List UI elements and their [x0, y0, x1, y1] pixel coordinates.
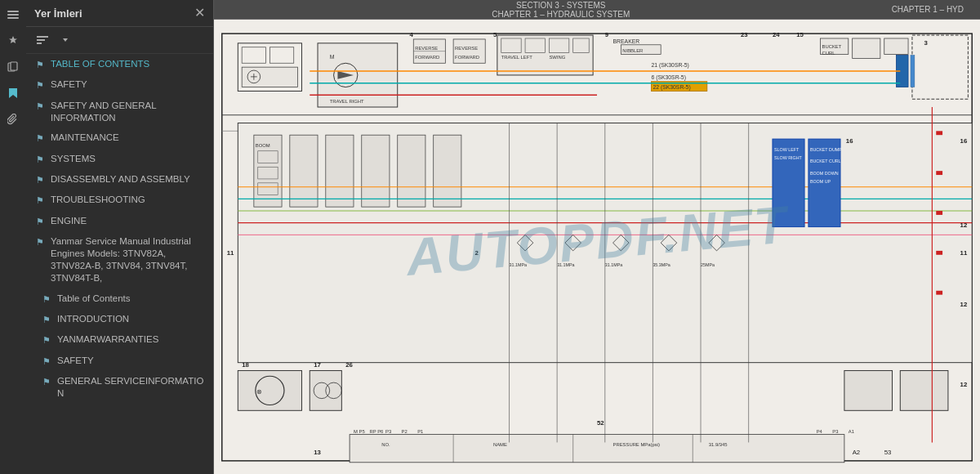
bookmark-item-general-service[interactable]: ⚑ GENERAL SERVICEINFORMATIO N — [26, 371, 213, 404]
bookmark-panel-icon[interactable] — [2, 82, 24, 105]
pdf-page-header: SECTION 3 - SYSTEMSCHAPTER 1 – HYDRAULIC… — [214, 0, 980, 20]
svg-text:16: 16 — [846, 137, 853, 145]
bookmark-label-general-service: GENERAL SERVICEINFORMATIO N — [57, 375, 207, 400]
svg-text:31.1MPa: 31.1MPa — [605, 262, 622, 267]
bookmark-item-disassembly[interactable]: ⚑ DISASSEMBLY AND ASSEMBLY — [26, 169, 213, 190]
svg-text:52: 52 — [597, 419, 604, 427]
svg-text:RP P6: RP P6 — [370, 429, 384, 434]
hydraulic-svg: M TRAVEL RIGHT REVERSE FORWARD REVERSE F… — [214, 20, 980, 474]
bookmark-item-systems[interactable]: ⚑ SYSTEMS — [26, 149, 213, 169]
pdf-section-label: SECTION 3 - SYSTEMSCHAPTER 1 – HYDRAULIC… — [230, 1, 892, 19]
svg-text:BREAKER: BREAKER — [613, 38, 640, 44]
svg-text:26: 26 — [345, 361, 353, 369]
panel-header: Yer İmleri ✕ — [26, 0, 213, 27]
bookmark-flag-icon-4: ⚑ — [36, 132, 46, 144]
bookmark-item-engine[interactable]: ⚑ ENGINE — [26, 211, 213, 231]
svg-text:P3: P3 — [385, 429, 391, 434]
svg-text:22 (SK30SR-5): 22 (SK30SR-5) — [653, 84, 690, 91]
svg-text:31.1MPa: 31.1MPa — [557, 262, 574, 267]
svg-rect-4 — [11, 62, 17, 70]
panel-title: Yer İmleri — [34, 7, 82, 20]
pages-icon[interactable] — [2, 56, 24, 78]
bookmark-item-toc2[interactable]: ⚑ Table of Contents — [26, 288, 213, 309]
panel-toolbar — [26, 27, 213, 54]
bookmark-label-safety: SAFETY — [51, 78, 207, 91]
bookmark-item-safety2[interactable]: ⚑ SAFETY — [26, 351, 213, 371]
svg-rect-46 — [884, 38, 908, 55]
bookmark-flag-icon-10: ⚑ — [42, 293, 52, 305]
bookmark-label-systems: SYSTEMS — [51, 153, 207, 165]
svg-text:5: 5 — [493, 31, 497, 38]
svg-rect-7 — [37, 42, 42, 44]
svg-text:PRESSURE MPa(psi): PRESSURE MPa(psi) — [613, 442, 660, 447]
svg-rect-71 — [434, 135, 461, 207]
svg-text:31.9/345: 31.9/345 — [709, 442, 728, 447]
svg-rect-2 — [7, 17, 19, 19]
svg-text:⊗: ⊗ — [256, 388, 262, 396]
svg-text:BUCKET: BUCKET — [822, 44, 842, 49]
bookmark-item-yanmar[interactable]: ⚑ Yanmar Service Manual Industrial Engin… — [26, 231, 213, 288]
panel-close-button[interactable]: ✕ — [194, 7, 205, 20]
svg-text:M P5: M P5 — [354, 429, 365, 434]
svg-text:P4: P4 — [817, 429, 823, 434]
svg-rect-67 — [290, 135, 318, 207]
svg-text:FORWARD: FORWARD — [415, 55, 439, 60]
bookmark-flag-icon-2: ⚑ — [36, 79, 46, 91]
svg-rect-69 — [362, 135, 390, 207]
bookmark-item-warranties[interactable]: ⚑ YANMARWARRANTIES — [26, 329, 213, 350]
svg-text:REVERSE: REVERSE — [455, 46, 478, 51]
hydraulic-diagram: M TRAVEL RIGHT REVERSE FORWARD REVERSE F… — [214, 20, 980, 474]
bookmark-label-toc2: Table of Contents — [57, 293, 207, 305]
svg-rect-109 — [844, 370, 893, 410]
attachment-icon[interactable] — [2, 108, 24, 131]
svg-text:17: 17 — [314, 361, 321, 369]
svg-text:NAME: NAME — [493, 442, 507, 447]
svg-rect-13 — [242, 67, 297, 87]
bookmark-label-toc: TABLE OF CONTENTS — [51, 58, 207, 70]
svg-text:12: 12 — [960, 301, 968, 308]
left-toolbar — [0, 0, 26, 474]
bookmark-panel: Yer İmleri ✕ ⚑ TABLE OF CONTENTS ⚑ SAFET… — [26, 0, 214, 474]
svg-text:NO.: NO. — [381, 442, 390, 447]
svg-rect-118 — [350, 435, 844, 463]
bookmark-label-yanmar: Yanmar Service Manual Industrial Engines… — [51, 235, 207, 284]
bookmark-list: ⚑ TABLE OF CONTENTS ⚑ SAFETY ⚑ SAFETY AN… — [26, 54, 213, 474]
bookmark-label-disassembly: DISASSEMBLY AND ASSEMBLY — [51, 173, 207, 186]
bookmark-item-maintenance[interactable]: ⚑ MAINTENANCE — [26, 127, 213, 148]
svg-text:SLOW LEFT: SLOW LEFT — [774, 147, 800, 152]
svg-text:35.3MPa: 35.3MPa — [653, 262, 670, 267]
bookmark-item-troubleshooting[interactable]: ⚑ TROUBLESHOOTING — [26, 190, 213, 210]
panel-sort-button[interactable] — [33, 30, 52, 50]
bookmark-flag-icon-8: ⚑ — [36, 216, 46, 227]
svg-text:TRAVEL LEFT: TRAVEL LEFT — [501, 55, 533, 60]
panel-chevron-button[interactable] — [56, 30, 75, 50]
bookmark-item-introduction[interactable]: ⚑ INTRODUCTION — [26, 309, 213, 329]
svg-rect-55 — [911, 56, 915, 87]
svg-rect-127 — [936, 131, 942, 135]
bookmark-flag-icon-7: ⚑ — [36, 195, 46, 206]
hamburger-icon[interactable] — [2, 3, 24, 26]
svg-text:BUCKET CURL: BUCKET CURL — [810, 159, 841, 163]
bookmark-label-introduction: INTRODUCTION — [57, 313, 207, 325]
svg-text:11: 11 — [960, 249, 968, 257]
svg-text:BOOM DOWN: BOOM DOWN — [810, 171, 839, 176]
bookmark-label-engine: ENGINE — [51, 215, 207, 227]
svg-text:A2: A2 — [853, 449, 861, 456]
bookmark-label-maintenance: MAINTENANCE — [51, 132, 207, 144]
bookmark-flag-icon-13: ⚑ — [42, 356, 52, 367]
svg-text:13: 13 — [314, 449, 321, 456]
svg-text:FORWARD: FORWARD — [455, 55, 479, 60]
star-icon[interactable] — [2, 29, 24, 52]
bookmark-flag-icon-12: ⚑ — [42, 334, 52, 346]
bookmark-item-toc[interactable]: ⚑ TABLE OF CONTENTS — [26, 54, 213, 74]
svg-text:53: 53 — [884, 449, 892, 456]
svg-rect-47 — [853, 38, 880, 58]
svg-text:2: 2 — [475, 249, 479, 257]
bookmark-item-safety[interactable]: ⚑ SAFETY — [26, 74, 213, 95]
pdf-chapter-right: CHAPTER 1 – HYD — [892, 5, 964, 14]
svg-rect-110 — [900, 370, 948, 410]
svg-text:P1: P1 — [417, 429, 423, 434]
svg-rect-128 — [936, 171, 942, 175]
svg-rect-130 — [936, 251, 942, 255]
bookmark-item-safety-general[interactable]: ⚑ SAFETY AND GENERAL INFORMATION — [26, 96, 213, 128]
